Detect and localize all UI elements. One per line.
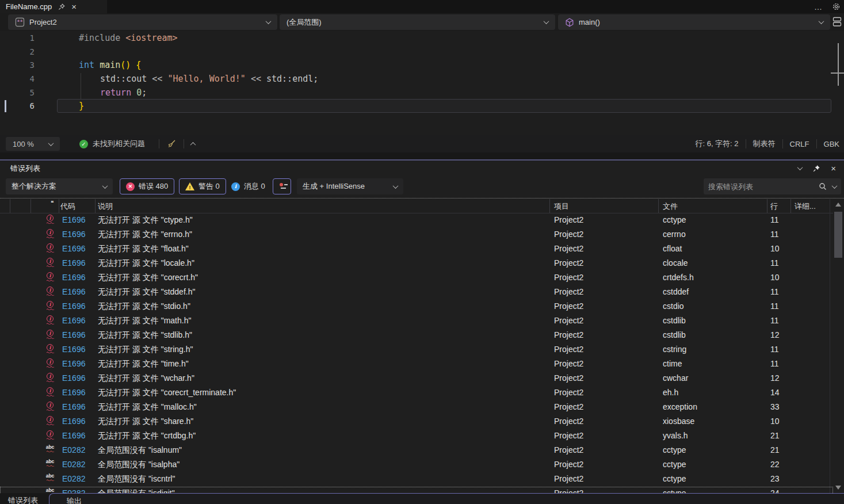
solution-scope-dropdown[interactable]: 整个解决方案 [6, 178, 113, 194]
error-row[interactable]: iE1696无法打开 源 文件 "stdio.h"Project2cstdio1… [0, 300, 833, 314]
code-health-indicator[interactable]: ✓ 未找到相关问题 [79, 139, 145, 149]
code-line[interactable]: 5return 0; [0, 86, 844, 100]
project-dropdown[interactable]: ++ Project2 [8, 14, 277, 30]
settings-gear-icon[interactable] [832, 2, 841, 11]
severity-cell: abc [45, 445, 55, 452]
column-header-detail[interactable]: 详细... [795, 201, 816, 212]
pin-icon[interactable] [58, 3, 66, 11]
source-dropdown[interactable]: 生成 + IntelliSense [297, 178, 403, 194]
filter-toggle-button[interactable] [273, 178, 291, 194]
column-header-file[interactable]: 文件 [663, 201, 678, 212]
error-row[interactable]: iE1696无法打开 源 文件 "crtdbg.h"Project2yvals.… [0, 429, 833, 444]
scrollbar-thumb[interactable] [834, 212, 842, 258]
error-project: Project2 [554, 402, 583, 411]
code-line[interactable]: 6} [0, 99, 844, 113]
error-code-link[interactable]: E1696 [62, 373, 85, 383]
code-line[interactable]: 2 [0, 45, 844, 59]
error-row[interactable]: abcE0282全局范围没有 "isalnum"Project2cctype21 [0, 444, 833, 458]
indent-mode[interactable]: 制表符 [753, 139, 776, 149]
error-code-link[interactable]: E1696 [62, 230, 85, 239]
error-code-link[interactable]: E1696 [62, 431, 85, 440]
chevron-down-icon[interactable] [832, 183, 838, 189]
line-ending[interactable]: CRLF [790, 140, 809, 148]
messages-filter-button[interactable]: i 消息 0 [226, 178, 271, 194]
error-code-link[interactable]: E1696 [62, 330, 85, 339]
encoding[interactable]: GBK [824, 140, 839, 148]
error-line-number: 14 [770, 388, 780, 397]
scroll-up-arrow-icon[interactable] [835, 203, 841, 207]
error-code-link[interactable]: E0282 [62, 460, 85, 469]
error-line-number: 21 [770, 445, 780, 455]
scrollbar-caret-marker[interactable] [831, 72, 844, 74]
error-code-link[interactable]: E1696 [62, 402, 85, 411]
error-row[interactable]: iE1696无法打开 源 文件 "corecrt.h"Project2crtde… [0, 271, 833, 285]
error-code-link[interactable]: E0282 [62, 488, 85, 493]
error-row[interactable]: iE1696无法打开 源 文件 "locale.h"Project2clocal… [0, 257, 833, 271]
source-dropdown-label: 生成 + IntelliSense [303, 181, 365, 192]
scope-dropdown[interactable]: (全局范围) [280, 14, 555, 30]
code-editor[interactable]: 1#include <iostream>23int main() {4std::… [0, 31, 844, 135]
column-header-code[interactable]: 代码 [60, 201, 75, 212]
error-code-link[interactable]: E1696 [62, 417, 85, 426]
code-line[interactable]: 4std::cout << "Hello, World!" << std::en… [0, 72, 844, 86]
error-row[interactable]: abcE0282全局范围没有 "isalpha"Project2cctype22 [0, 458, 833, 472]
grid-scrollbar[interactable] [833, 199, 844, 493]
error-code-link[interactable]: E1696 [62, 359, 85, 368]
close-panel-icon[interactable]: × [831, 163, 836, 173]
error-code-link[interactable]: E1696 [62, 345, 85, 354]
severity-column-icon[interactable]: ❝ [51, 200, 54, 206]
cleanup-broom-icon[interactable] [166, 139, 177, 149]
close-tab-icon[interactable]: × [71, 2, 77, 12]
tab-output[interactable]: 输出 [49, 493, 844, 504]
warnings-filter-button[interactable]: ! 警告 0 [179, 178, 226, 194]
error-row[interactable]: iE1696无法打开 源 文件 "share.h"Project2xiosbas… [0, 415, 833, 429]
chevron-down-icon[interactable] [797, 165, 803, 170]
error-row[interactable]: iE1696无法打开 源 文件 "malloc.h"Project2except… [0, 400, 833, 415]
error-row[interactable]: abcE0282全局范围没有 "iscntrl"Project2cctype23 [0, 472, 833, 487]
error-row[interactable]: iE1696无法打开 源 文件 "corecrt_terminate.h"Pro… [0, 386, 833, 400]
error-code-link[interactable]: E1696 [62, 215, 85, 224]
error-code-link[interactable]: E1696 [62, 301, 85, 311]
errors-filter-button[interactable]: ✕ 错误 480 [120, 178, 174, 194]
error-row[interactable]: iE1696无法打开 源 文件 "math.h"Project2cstdlib1… [0, 314, 833, 329]
error-row[interactable]: iE1696无法打开 源 文件 "errno.h"Project2cerrno1… [0, 228, 833, 242]
error-code-link[interactable]: E1696 [62, 388, 85, 397]
scroll-down-arrow-icon[interactable] [835, 486, 841, 490]
pin-filled-icon[interactable] [812, 165, 820, 173]
error-project: Project2 [554, 431, 583, 440]
error-code-link[interactable]: E1696 [62, 316, 85, 325]
column-header-description[interactable]: 说明 [98, 201, 113, 212]
code-line[interactable]: 1#include <iostream> [0, 31, 844, 45]
tab-filename[interactable]: FileName.cpp × [0, 0, 107, 13]
chevron-up-icon[interactable] [190, 142, 196, 147]
error-line-number: 11 [770, 215, 779, 224]
error-code-link[interactable]: E1696 [62, 273, 85, 282]
scrollbar-caret-marker[interactable] [838, 43, 839, 86]
tab-error-list[interactable]: 错误列表 [8, 495, 38, 504]
error-code-link[interactable]: E1696 [62, 287, 85, 296]
zoom-dropdown[interactable]: 100 % [6, 137, 60, 151]
error-code-link[interactable]: E0282 [62, 445, 85, 455]
error-row[interactable]: iE1696无法打开 源 文件 "stddef.h"Project2cstdde… [0, 285, 833, 300]
error-row[interactable]: iE1696无法打开 源 文件 "wchar.h"Project2cwchar1… [0, 372, 833, 386]
error-code-link[interactable]: E1696 [62, 258, 85, 268]
column-header-line[interactable]: 行 [770, 201, 778, 212]
error-row[interactable]: abcE0282全局范围没有 "isdigit"Project2cctype24 [0, 487, 833, 493]
error-line-number: 23 [770, 474, 780, 483]
error-row[interactable]: iE1696无法打开 源 文件 "stdlib.h"Project2cstdli… [0, 329, 833, 343]
error-row[interactable]: iE1696无法打开 源 文件 "time.h"Project2ctime11 [0, 357, 833, 372]
error-row[interactable]: iE1696无法打开 源 文件 "float.h"Project2cfloat1… [0, 242, 833, 257]
error-code-link[interactable]: E1696 [62, 244, 85, 253]
error-code-link[interactable]: E0282 [62, 474, 85, 483]
error-row[interactable]: iE1696无法打开 源 文件 "string.h"Project2cstrin… [0, 343, 833, 357]
more-options-icon[interactable]: … [814, 2, 823, 12]
symbol-dropdown[interactable]: main() [558, 14, 830, 30]
error-search-input[interactable] [708, 182, 819, 191]
chevron-down-icon [544, 18, 549, 24]
code-line[interactable]: 3int main() { [0, 58, 844, 72]
cursor-position[interactable]: 行: 6, 字符: 2 [695, 139, 738, 149]
search-icon[interactable] [819, 182, 827, 190]
column-header-project[interactable]: 项目 [554, 201, 569, 212]
error-row[interactable]: iE1696无法打开 源 文件 "ctype.h"Project2cctype1… [0, 213, 833, 228]
split-editor-icon[interactable] [832, 16, 842, 28]
